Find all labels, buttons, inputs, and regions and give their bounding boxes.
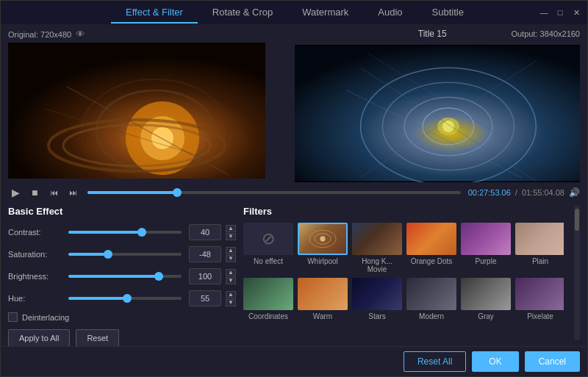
- tab-subtitle[interactable]: Subtitle: [417, 2, 478, 24]
- brightness-fill: [68, 275, 159, 278]
- next-button[interactable]: ⏭: [65, 188, 80, 197]
- filter-hongkong-label: Hong K... Movie: [352, 257, 402, 273]
- filter-orange-thumb: [406, 223, 456, 255]
- filter-warm[interactable]: Warm: [298, 278, 348, 320]
- contrast-row: Contrast: ▲ ▼: [8, 224, 236, 240]
- eye-icon[interactable]: 👁: [76, 29, 85, 40]
- hue-input[interactable]: [189, 290, 221, 306]
- whirlpool-svg: [299, 224, 346, 254]
- saturation-thumb[interactable]: [104, 250, 112, 259]
- filter-coordinates[interactable]: Coordinates: [243, 278, 293, 320]
- output-label: Output: 3840x2160: [511, 29, 580, 38]
- reset-button[interactable]: Reset: [76, 329, 119, 346]
- brightness-up[interactable]: ▲: [226, 269, 236, 276]
- ok-button[interactable]: OK: [472, 351, 518, 372]
- contrast-spinner: ▲ ▼: [226, 225, 236, 240]
- saturation-slider[interactable]: [68, 253, 182, 256]
- brightness-input[interactable]: [189, 268, 221, 284]
- preview-title: Title 15: [418, 29, 447, 39]
- filter-no-effect[interactable]: ⊘ No effect: [243, 223, 293, 273]
- filters-scrollbar[interactable]: [574, 206, 580, 340]
- transport-row: ▶ ⏹ ⏮ ⏭ 00:27:53.06 / 01:55:04.08 🔊: [1, 185, 587, 200]
- original-preview: [8, 43, 265, 179]
- action-buttons: Apply to All Reset: [8, 329, 236, 346]
- scrollbar-thumb[interactable]: [575, 209, 579, 231]
- filter-plain[interactable]: Plain: [515, 223, 564, 273]
- contrast-slider[interactable]: [68, 231, 182, 234]
- filter-modern-thumb: [406, 278, 456, 310]
- cancel-button[interactable]: Cancel: [525, 351, 580, 372]
- volume-icon[interactable]: 🔊: [569, 187, 580, 198]
- deinterlacing-checkbox[interactable]: [8, 312, 18, 322]
- contrast-up[interactable]: ▲: [226, 225, 236, 232]
- hue-thumb[interactable]: [123, 294, 132, 303]
- contrast-thumb[interactable]: [137, 228, 146, 237]
- filter-warm-label: Warm: [313, 312, 332, 320]
- prev-button[interactable]: ⏮: [46, 188, 61, 197]
- apply-all-button[interactable]: Apply to All: [8, 329, 70, 346]
- hue-up[interactable]: ▲: [226, 291, 236, 298]
- contrast-input[interactable]: [189, 224, 221, 240]
- preview-right-panel: Title 15 Output: 3840x2160: [295, 29, 580, 182]
- original-scene-svg: [8, 43, 265, 179]
- filter-stars-label: Stars: [368, 312, 385, 320]
- svg-point-23: [320, 236, 325, 241]
- window-controls: — □ ✕: [539, 7, 581, 18]
- filter-modern-label: Modern: [419, 312, 444, 320]
- filter-purple[interactable]: Purple: [461, 223, 511, 273]
- progress-bar[interactable]: [87, 191, 461, 194]
- filter-pixelate-label: Pixelate: [527, 312, 553, 320]
- progress-thumb[interactable]: [173, 188, 182, 197]
- filter-pixelate[interactable]: Pixelate: [515, 278, 564, 320]
- preview-row: Original: 720x480 👁: [1, 24, 587, 185]
- filter-orange-dots[interactable]: Orange Dots: [406, 223, 456, 273]
- original-scene: [8, 43, 265, 179]
- no-effect-icon: ⊘: [262, 229, 275, 248]
- deinterlacing-row: Deinterlacing: [8, 312, 236, 322]
- original-label-row: Original: 720x480 👁: [8, 29, 280, 40]
- filter-modern[interactable]: Modern: [406, 278, 456, 320]
- tab-rotate-crop[interactable]: Rotate & Crop: [198, 2, 287, 24]
- filter-hongkong[interactable]: Hong K... Movie: [352, 223, 402, 273]
- deinterlacing-label: Deinterlacing: [22, 313, 69, 322]
- tab-watermark[interactable]: Watermark: [287, 2, 363, 24]
- reset-all-button[interactable]: Reset All: [404, 351, 466, 372]
- filter-whirlpool[interactable]: Whirlpool: [298, 223, 348, 273]
- saturation-up[interactable]: ▲: [226, 247, 236, 254]
- stop-button[interactable]: ⏹: [27, 188, 42, 197]
- filter-gray-thumb: [461, 278, 511, 310]
- hue-down[interactable]: ▼: [226, 299, 236, 306]
- filter-warm-thumb: [298, 278, 348, 310]
- contrast-fill: [68, 231, 142, 234]
- tab-effect-filter[interactable]: Effect & Filter: [111, 2, 198, 24]
- tab-audio[interactable]: Audio: [363, 2, 417, 24]
- time-current: 00:27:53.06: [468, 188, 511, 197]
- brightness-slider[interactable]: [68, 275, 182, 278]
- title-bar: Effect & Filter Rotate & Crop Watermark …: [1, 1, 587, 24]
- brightness-down[interactable]: ▼: [226, 277, 236, 284]
- saturation-row: Saturation: ▲ ▼: [8, 246, 236, 262]
- saturation-down[interactable]: ▼: [226, 255, 236, 262]
- filters-title: Filters: [243, 206, 564, 217]
- play-button[interactable]: ▶: [8, 187, 23, 198]
- bottom-panel: Basic Effect Contrast: ▲ ▼ S: [1, 200, 587, 346]
- hue-spinner: ▲ ▼: [226, 291, 236, 306]
- saturation-input[interactable]: [189, 246, 221, 262]
- contrast-down[interactable]: ▼: [226, 233, 236, 240]
- filter-stars[interactable]: Stars: [352, 278, 402, 320]
- filter-coordinates-thumb: [243, 278, 293, 310]
- basic-effect-title: Basic Effect: [8, 206, 236, 217]
- progress-fill: [87, 191, 177, 194]
- minimize-button[interactable]: —: [539, 7, 549, 18]
- maximize-button[interactable]: □: [555, 7, 565, 18]
- filter-whirlpool-thumb: [298, 223, 348, 255]
- brightness-thumb[interactable]: [154, 272, 163, 281]
- preview-left-panel: Original: 720x480 👁: [8, 29, 280, 182]
- hue-slider[interactable]: [68, 297, 182, 300]
- close-button[interactable]: ✕: [571, 7, 581, 18]
- brightness-label: Brightness:: [8, 272, 61, 281]
- filter-stars-thumb: [352, 278, 402, 310]
- bottom-actions: Reset All OK Cancel: [1, 346, 587, 376]
- filter-gray[interactable]: Gray: [461, 278, 511, 320]
- main-window: Effect & Filter Rotate & Crop Watermark …: [0, 0, 588, 377]
